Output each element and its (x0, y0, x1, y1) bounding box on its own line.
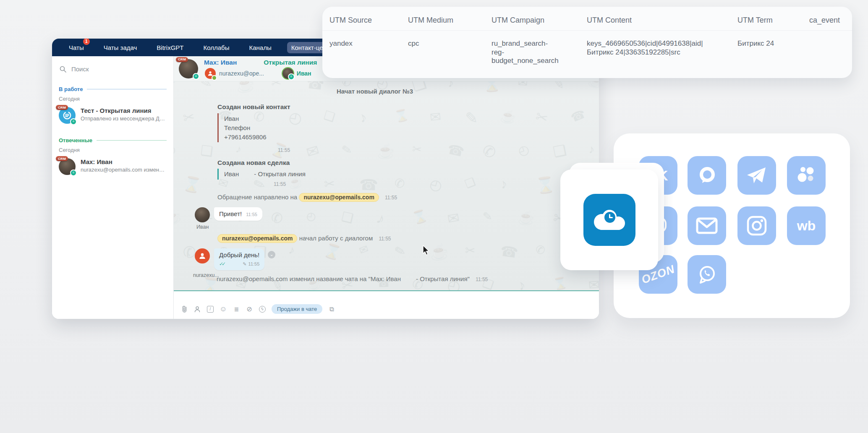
utm-value-content: keys_4669650536|cid|64991638|aid| Битрик… (587, 39, 725, 57)
email-icon[interactable] (688, 206, 726, 245)
contact-created-title: Создан новый контакт (217, 103, 290, 111)
desktop: Чаты1 Чаты задач BitrixGPT Коллабы Канал… (0, 0, 868, 433)
openline-status-badge: ≡ (288, 73, 295, 80)
open-windows-icon[interactable]: ⧉ (328, 305, 335, 313)
utm-value-medium: cpc (408, 39, 419, 48)
mouse-cursor (422, 245, 431, 256)
assignee-email-pill[interactable]: nurazexu@opemails.com (299, 193, 379, 202)
messenger-chat-icon[interactable] (688, 156, 726, 195)
app-card-front[interactable] (560, 170, 658, 270)
sales-in-chat-pill[interactable]: Продажи в чате (272, 304, 322, 314)
message-time: 11:55 (379, 236, 391, 242)
edited-pencil-icon: ✎ (243, 261, 246, 267)
whatsapp-icon[interactable] (688, 255, 726, 294)
client-avatar: ≡ (282, 68, 293, 79)
tab-collabs[interactable]: Коллабы (199, 42, 233, 53)
utm-col-medium: UTM Medium (408, 16, 453, 25)
disable-edit-icon[interactable]: ⊘ (246, 305, 253, 313)
deal-created-title: Создана новая сделка (217, 159, 290, 167)
section-date: Сегодня (59, 147, 167, 153)
chat-item-title: Тест - Открытая линия (81, 107, 167, 114)
chat-item-subtitle: nurazexu@opemails.com изменил названи... (81, 167, 167, 173)
contact-created-card[interactable]: Иван Телефон +79614659806 (217, 113, 267, 142)
search-icon (60, 66, 66, 73)
cloud-time-app-icon (583, 194, 635, 246)
quick-action-icon[interactable]: ϟ (259, 305, 266, 313)
telegram-icon[interactable] (737, 156, 776, 195)
utm-col-ca-event: ca_event (809, 16, 840, 25)
emoji-icon[interactable]: ☺ (220, 305, 227, 313)
started-system-message: nurazexu@opemails.com начал работу с диа… (217, 234, 391, 243)
message-time: 11:55 (274, 181, 286, 187)
section-date: Сегодня (59, 96, 167, 102)
messenger-window: Чаты1 Чаты задач BitrixGPT Коллабы Канал… (52, 39, 599, 319)
utm-value-campaign: ru_brand_search- reg- budget_none_search (492, 39, 571, 65)
message-time: 11:55 (385, 195, 397, 201)
table-divider (322, 30, 852, 31)
utm-data-panel: UTM Source UTM Medium UTM Campaign UTM C… (322, 7, 852, 78)
crm-badge: CRM (56, 156, 68, 161)
chat-list-item-openline-test[interactable]: CRM ≡ Тест - Открытая линия Отправлено и… (59, 107, 167, 124)
message-bubble[interactable]: Привет!11:55 (214, 207, 262, 221)
tab-chats[interactable]: Чаты1 (65, 42, 88, 53)
conversation-title[interactable]: Мах: Иван (204, 59, 237, 66)
chat-list-sidebar: Поиск В работе Сегодня CRM ≡ Тест - Откр… (52, 56, 174, 319)
message-time: 11:55 (248, 261, 260, 266)
message-menu-chevron-icon[interactable]: ⌄ (268, 251, 275, 258)
search-placeholder: Поиск (71, 65, 89, 73)
renamed-system-message: nurazexu@opemails.com изменил название ч… (217, 275, 488, 282)
openline-status-badge: ≡ (193, 73, 199, 80)
chat-item-subtitle: Отправлено из мессенджера Добрый день! (81, 115, 167, 122)
utm-col-source: UTM Source (329, 16, 372, 25)
wildberries-icon[interactable]: wb (787, 206, 826, 245)
contact-icon[interactable] (193, 305, 201, 313)
message-time: 11:55 (278, 147, 290, 153)
message-time: 11:55 (476, 276, 488, 282)
openline-status-badge: ≡ (70, 118, 77, 125)
agent-avatar (205, 68, 216, 79)
message-templates-icon[interactable]: ≣ (233, 305, 240, 313)
slash-command-icon[interactable]: / (207, 305, 214, 313)
utm-col-content: UTM Content (587, 16, 632, 25)
message-author: nurazexu... (193, 272, 219, 278)
tab-task-chats[interactable]: Чаты задач (99, 42, 141, 53)
message-composer[interactable]: / ☺ ≣ ⊘ ϟ Продажи в чате ⧉ (174, 291, 599, 319)
messages-area: ✉✎☕✂☎✆◴❏♪⌛✉✎☕✂☎✆◴❏♪⌛✉✎☕✂☎✆◴❏♪⌛✉✎☕✂☎✆◴❏♪⌛… (174, 81, 599, 290)
openline-avatar: CRM ≡ (59, 107, 76, 124)
client-name[interactable]: Иван (297, 70, 311, 77)
conversation-pane: CRM ≡ Мах: Иван Открытая линия (174, 56, 599, 319)
openline-channel-name[interactable]: Открытая линия (264, 59, 317, 66)
attach-file-icon[interactable] (180, 305, 188, 313)
utm-value-source: yandex (329, 39, 353, 48)
conversation-avatar: CRM ≡ (179, 59, 198, 78)
incoming-message: Привет!11:55 (195, 207, 262, 222)
clock-icon (603, 211, 617, 224)
client-avatar (195, 207, 210, 222)
section-working: В работе (59, 86, 167, 92)
agent-email-pill[interactable]: nurazexu@opemails.com (217, 234, 297, 243)
outgoing-message: Добрый день! ✓✓ ✎ 11:55 (195, 248, 264, 270)
agent-avatar (195, 248, 210, 263)
crm-badge: CRM (176, 57, 188, 62)
search-input[interactable]: Поиск (59, 64, 167, 73)
tab-channels[interactable]: Каналы (245, 42, 275, 53)
deal-created-card[interactable]: Иван- Открытая линия (217, 169, 306, 180)
routed-system-message: Обращение направлено на nurazexu@opemail… (217, 193, 397, 202)
contact-photo-avatar: CRM ≡ (59, 158, 76, 175)
tab-bitrixgpt[interactable]: BitrixGPT (152, 42, 188, 53)
unread-badge: 1 (83, 39, 90, 45)
message-bubble[interactable]: Добрый день! ✓✓ ✎ 11:55 (214, 248, 264, 270)
agent-name[interactable]: nurazexu@ope... (219, 70, 264, 77)
utm-col-campaign: UTM Campaign (492, 16, 544, 25)
message-author: Иван (196, 224, 209, 230)
dialog-start-label: Начат новый диалог №3 (174, 88, 576, 95)
agent-status-badge (212, 75, 217, 81)
openline-status-badge: ≡ (70, 170, 77, 176)
chat-item-title: Мах: Иван (81, 158, 167, 165)
utm-col-term: UTM Term (737, 16, 773, 25)
message-time: 11:55 (246, 212, 257, 217)
chat-list-item-max-ivan[interactable]: CRM ≡ Мах: Иван nurazexu@opemails.com из… (59, 158, 167, 175)
instagram-icon[interactable] (737, 206, 776, 245)
crm-badge: CRM (56, 105, 68, 110)
avito-icon[interactable] (787, 156, 826, 195)
